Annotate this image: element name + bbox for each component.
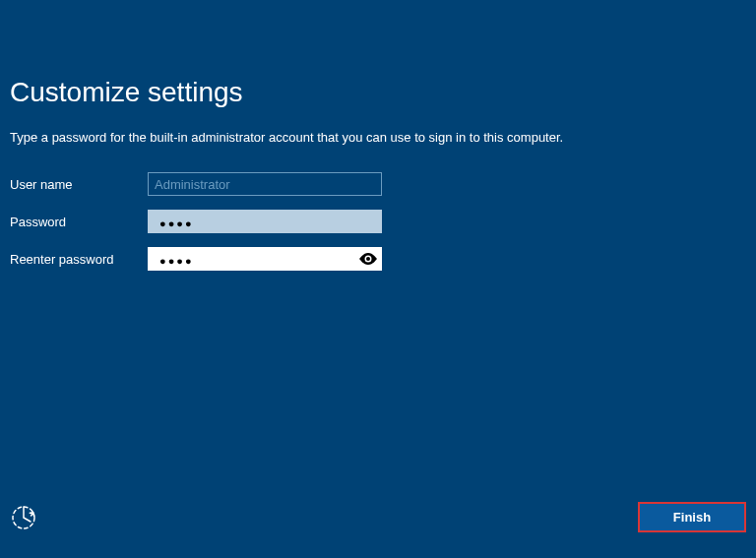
main-content: Customize settings Type a password for t… xyxy=(0,0,756,271)
instruction-text: Type a password for the built-in adminis… xyxy=(10,130,746,145)
ease-of-access-icon[interactable] xyxy=(10,504,37,531)
reenter-password-row: Reenter password ●●●● xyxy=(10,247,746,271)
password-input[interactable]: ●●●● xyxy=(148,210,382,233)
password-label: Password xyxy=(10,215,148,229)
footer: Finish xyxy=(0,502,756,532)
reenter-password-input[interactable]: ●●●● xyxy=(148,247,382,271)
password-input-container: ●●●● xyxy=(148,210,382,233)
page-title: Customize settings xyxy=(10,77,746,108)
reenter-password-label: Reenter password xyxy=(10,252,148,267)
username-input xyxy=(148,172,382,196)
finish-button[interactable]: Finish xyxy=(638,502,746,532)
password-row: Password ●●●● xyxy=(10,210,746,233)
username-input-container xyxy=(148,172,382,196)
username-row: User name xyxy=(10,172,746,196)
reveal-password-icon[interactable] xyxy=(359,252,377,266)
username-label: User name xyxy=(10,177,148,192)
svg-point-0 xyxy=(366,257,370,261)
reenter-password-input-container: ●●●● xyxy=(148,247,382,271)
